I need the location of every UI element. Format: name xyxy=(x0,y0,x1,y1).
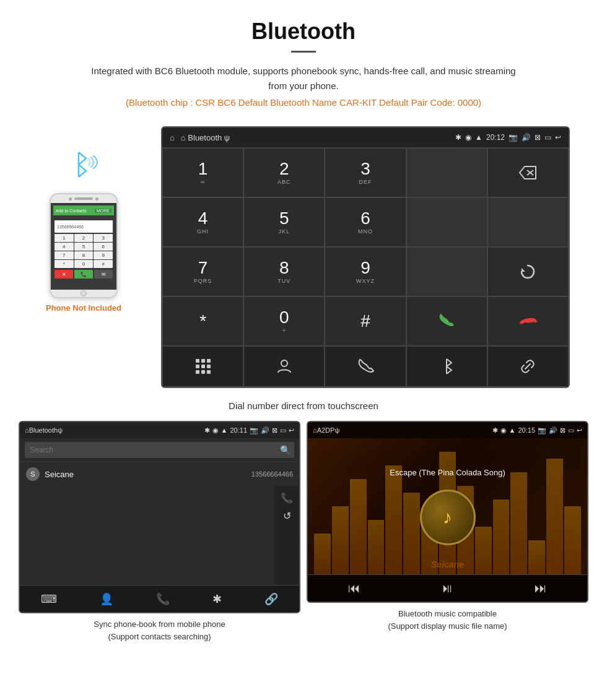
music-bt-icon: ✱ xyxy=(492,426,498,434)
pb-search-input[interactable] xyxy=(25,442,294,458)
prev-track-btn[interactable]: ⏮ xyxy=(348,581,360,595)
dial-sub-0: + xyxy=(282,327,286,334)
dial-key-backspace[interactable] xyxy=(487,148,569,197)
next-track-btn[interactable]: ⏭ xyxy=(535,581,547,595)
home-icon: ⌂ xyxy=(170,133,175,142)
dial-key-refresh[interactable] xyxy=(487,247,569,296)
pb-search-wrapper: 🔍 xyxy=(25,442,294,458)
keypad-icon xyxy=(194,358,212,375)
backspace-icon xyxy=(518,165,537,180)
dial-key-end[interactable] xyxy=(487,296,569,346)
pb-nav-bluetooth[interactable]: ✱ xyxy=(212,592,222,606)
title-divider xyxy=(291,51,316,53)
phone-area: Add to Contacts MORE 13566664466 1 2 3 4… xyxy=(19,126,149,313)
music-song-title: Escape (The Pina Colada Song) xyxy=(383,468,511,477)
pb-nav-keypad[interactable]: ⌨ xyxy=(41,592,57,606)
dial-nav-phone[interactable] xyxy=(325,346,406,387)
gps-icon: ◉ xyxy=(465,133,471,142)
dial-num-1: 1 xyxy=(198,160,208,178)
dial-nav-keypad[interactable] xyxy=(162,346,243,387)
dial-num-6: 6 xyxy=(360,210,370,227)
eq-bar-15 xyxy=(564,506,581,574)
volume-icon: 🔊 xyxy=(522,133,531,142)
dial-key-star[interactable]: * xyxy=(162,296,243,346)
dial-nav-contacts[interactable] xyxy=(243,346,325,387)
call-icon xyxy=(437,311,456,331)
music-gps-icon: ◉ xyxy=(500,426,507,434)
pb-vol-icon: 🔊 xyxy=(261,426,269,434)
dial-key-0[interactable]: 0 + xyxy=(243,296,325,346)
dial-num-2: 2 xyxy=(279,160,289,178)
dial-key-hash[interactable]: # xyxy=(325,296,406,346)
phonebook-caption-line2: (Support contacts searching) xyxy=(108,632,211,641)
eq-bar-11 xyxy=(493,499,510,574)
dial-empty-4 xyxy=(406,247,487,296)
dial-sub-9: WXYZ xyxy=(356,278,375,284)
dial-key-5[interactable]: 5 JKL xyxy=(243,197,325,247)
dial-key-6[interactable]: 6 MNO xyxy=(325,197,406,247)
svg-rect-6 xyxy=(201,359,205,363)
dialpad-statusbar: ⌂ ⌂ Bluetooth ψ ✱ ◉ ▲ 20:12 📷 🔊 ⊠ ▭ ↩ xyxy=(162,127,569,147)
dial-sub-5: JKL xyxy=(279,228,290,235)
music-source-label: A2DP xyxy=(317,426,335,434)
dial-nav-link[interactable] xyxy=(487,346,569,387)
pb-nav-phone[interactable]: 📞 xyxy=(156,592,170,606)
dial-num-4: 4 xyxy=(198,210,208,227)
dial-key-3[interactable]: 3 DEF xyxy=(325,148,406,197)
window-icon: ▭ xyxy=(544,133,551,142)
pb-contact-name: Seicane xyxy=(45,470,251,479)
phone-bottom-bar xyxy=(51,290,116,297)
pb-nav-contacts[interactable]: 👤 xyxy=(100,592,113,606)
pb-refresh-icon[interactable]: ↺ xyxy=(283,510,291,522)
phone-not-included-label: Phone Not Included xyxy=(46,303,121,313)
phone-key-star: * xyxy=(55,260,74,268)
bluetooth-signal-icon xyxy=(63,145,105,187)
music-usb: ψ xyxy=(334,426,339,434)
pb-x-icon: ⊠ xyxy=(272,426,277,434)
dial-num-3: 3 xyxy=(360,160,370,178)
eq-bar-6 xyxy=(403,493,420,574)
dial-key-1[interactable]: 1 ∞ xyxy=(162,148,243,197)
dial-key-2[interactable]: 2 ABC xyxy=(243,148,325,197)
play-pause-btn[interactable]: ⏯ xyxy=(441,581,453,595)
dial-key-call[interactable] xyxy=(406,296,487,346)
statusbar-time: 20:12 xyxy=(486,133,505,142)
pb-nav-link[interactable]: 🔗 xyxy=(264,592,278,606)
svg-rect-11 xyxy=(196,370,199,374)
main-content: Add to Contacts MORE 13566664466 1 2 3 4… xyxy=(0,120,607,394)
music-bg: Escape (The Pina Colada Song) ♪ Seicane xyxy=(308,438,587,574)
phone-key-2: 2 xyxy=(74,234,94,242)
seicane-watermark: Seicane xyxy=(431,560,464,569)
dial-key-8[interactable]: 8 TUV xyxy=(243,247,325,296)
phone-camera xyxy=(69,197,72,201)
phonebook-screen: ⌂ Bluetooth ψ ✱ ◉ ▲ 20:11 📷 🔊 ⊠ ▭ ↩ xyxy=(19,421,300,613)
pb-contact-avatar: S xyxy=(26,467,40,481)
eq-bar-12 xyxy=(510,472,527,574)
phone-action-row: ✕ 📞 ✉ xyxy=(55,270,113,279)
dialpad-screen: ⌂ ⌂ Bluetooth ψ ✱ ◉ ▲ 20:12 📷 🔊 ⊠ ▭ ↩ 1 … xyxy=(161,126,570,388)
phone-screen-bar-text: Add to Contacts xyxy=(56,209,87,213)
dial-num-star: * xyxy=(199,313,206,330)
pb-bt-icon: ✱ xyxy=(204,426,210,434)
pb-side-actions: 📞 ↺ xyxy=(274,486,299,585)
dial-sub-8: TUV xyxy=(277,278,290,284)
music-caption-line2: (Support display music file name) xyxy=(388,621,507,631)
phonebook-caption: Sync phone-book from mobile phone (Suppo… xyxy=(19,618,300,642)
pb-usb: ψ xyxy=(58,426,63,434)
phone-key-8: 8 xyxy=(74,251,94,259)
pb-camera-icon: 📷 xyxy=(250,426,258,434)
dial-nav-bluetooth[interactable] xyxy=(406,346,487,387)
svg-rect-12 xyxy=(201,370,205,374)
phone-more-btn: MORE xyxy=(95,209,111,213)
eq-bar-10 xyxy=(475,527,492,574)
statusbar-title: ⌂ Bluetooth ψ xyxy=(181,133,230,142)
music-note-icon: ♪ xyxy=(443,507,452,528)
camera-icon: 📷 xyxy=(509,133,518,142)
dial-empty-2 xyxy=(406,197,487,247)
pb-call-icon[interactable]: 📞 xyxy=(281,492,293,504)
dial-key-4[interactable]: 4 GHI xyxy=(162,197,243,247)
music-home-icon: ⌂ xyxy=(313,426,317,434)
dial-key-7[interactable]: 7 PQRS xyxy=(162,247,243,296)
dial-key-9[interactable]: 9 WXYZ xyxy=(325,247,406,296)
phone-key-0: 0 xyxy=(74,260,94,268)
